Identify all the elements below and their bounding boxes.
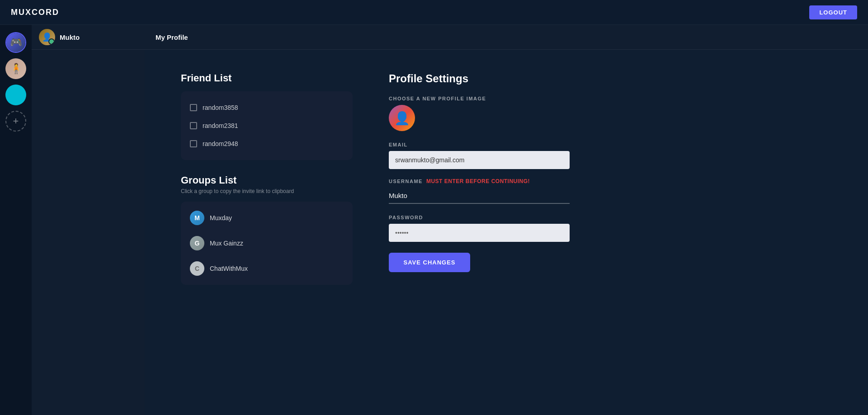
server-sidebar: 🎮 🧍 + <box>0 25 32 415</box>
list-item[interactable]: random2381 <box>181 117 353 135</box>
friend-name-0: random3858 <box>203 104 238 111</box>
server-icon-person[interactable]: 🧍 <box>5 58 26 79</box>
friend-list-title: Friend List <box>181 72 353 84</box>
logout-button[interactable]: LOGOUT <box>809 5 857 19</box>
avatar: 👤 <box>39 29 55 45</box>
groups-list-box: M Muxday G Mux Gainzz C ChatWithMux <box>181 202 353 285</box>
groups-list-subtitle: Click a group to copy the invite link to… <box>181 188 353 194</box>
groups-list-title: Groups List <box>181 174 353 186</box>
friend-list-box: random3858 random2381 random2948 <box>181 91 353 160</box>
email-section: EMAIL <box>389 142 570 178</box>
profile-image[interactable]: 👤 <box>389 105 415 131</box>
friend-name-2: random2948 <box>203 140 238 147</box>
friend-checkbox-1[interactable] <box>190 122 197 129</box>
username-label: USERNAME <box>389 179 423 184</box>
email-label: EMAIL <box>389 142 570 147</box>
password-section: PASSWORD <box>389 215 570 253</box>
friend-checkbox-0[interactable] <box>190 104 197 111</box>
page-header: My Profile <box>145 25 868 50</box>
page-title: My Profile <box>156 33 188 41</box>
content-area: Friend List random3858 random2381 random… <box>145 50 868 415</box>
group-avatar-chat: C <box>190 261 204 276</box>
friend-checkbox-2[interactable] <box>190 140 197 147</box>
plus-icon: + <box>13 115 19 127</box>
left-panel: Friend List random3858 random2381 random… <box>181 72 353 392</box>
list-item[interactable]: random3858 <box>181 99 353 117</box>
group-avatar-muxday: M <box>190 211 204 225</box>
server-icon-bot[interactable]: 🎮 <box>5 32 26 53</box>
list-item[interactable]: G Mux Gainzz <box>181 231 353 256</box>
sidebar-username: Mukto <box>60 33 80 41</box>
channel-sidebar: 👤 Mukto <box>32 25 145 415</box>
right-panel: Profile Settings CHOOSE A NEW PROFILE IM… <box>389 72 570 392</box>
sidebar-header: 👤 Mukto <box>32 25 145 50</box>
group-name-1: Mux Gainzz <box>210 240 243 247</box>
profile-image-section: CHOOSE A NEW PROFILE IMAGE 👤 <box>389 96 570 131</box>
password-field[interactable] <box>389 224 570 242</box>
group-name-2: ChatWithMux <box>210 265 248 272</box>
app-logo: MUXCORD <box>11 8 59 17</box>
list-item[interactable]: random2948 <box>181 135 353 153</box>
username-section: USERNAME MUST ENTER BEFORE CONTINUING! <box>389 178 570 215</box>
username-field[interactable] <box>389 188 570 204</box>
group-avatar-gainz: G <box>190 236 204 250</box>
add-server-button[interactable]: + <box>5 111 26 132</box>
list-item[interactable]: M Muxday <box>181 205 353 231</box>
choose-image-label: CHOOSE A NEW PROFILE IMAGE <box>389 96 570 101</box>
server-icon-teal[interactable] <box>5 85 26 105</box>
username-warning: MUST ENTER BEFORE CONTINUING! <box>426 178 530 184</box>
profile-settings-title: Profile Settings <box>389 72 570 85</box>
email-field[interactable] <box>389 151 570 169</box>
group-name-0: Muxday <box>210 214 232 222</box>
save-changes-button[interactable]: SAVE CHANGES <box>389 253 470 272</box>
topbar: MUXCORD LOGOUT <box>0 0 868 25</box>
friend-name-1: random2381 <box>203 122 238 129</box>
main-content: My Profile Friend List random3858 random… <box>145 25 868 415</box>
list-item[interactable]: C ChatWithMux <box>181 256 353 281</box>
password-label: PASSWORD <box>389 215 570 220</box>
